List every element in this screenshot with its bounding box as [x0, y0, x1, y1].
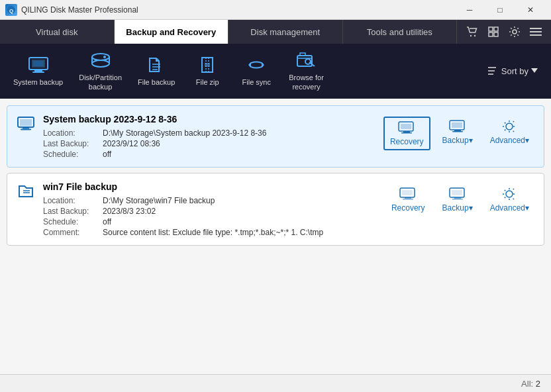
svg-rect-41	[401, 124, 411, 129]
toolbar: System backup Disk/Partitionbackup File …	[0, 44, 551, 99]
location-key-1: Location:	[43, 128, 103, 138]
svg-rect-16	[33, 61, 44, 66]
svg-rect-15	[32, 72, 44, 73]
count-value: 2	[536, 379, 540, 389]
svg-rect-6	[489, 32, 493, 36]
backup-button-1[interactable]: Backup▾	[437, 117, 478, 148]
recovery-button-1[interactable]: Recovery	[383, 117, 430, 150]
backup-card-1: System backup 2023-9-12 8-36 Location: D…	[7, 105, 544, 168]
lastbackup-val-2: 2023/8/3 23:02	[103, 207, 386, 216]
svg-rect-47	[452, 131, 463, 132]
disk-partition-label: Disk/Partitionbackup	[79, 73, 122, 92]
comment-val-2: Source content list: Exclude file type: …	[103, 228, 386, 237]
tab-virtual-disk[interactable]: Virtual disk	[0, 20, 115, 44]
maximize-button[interactable]: □	[485, 0, 515, 20]
backup-title-1: System backup 2023-9-12 8-36	[43, 114, 383, 124]
backup-title-2: win7 File backup	[43, 181, 386, 192]
cart-icon[interactable]	[462, 22, 482, 42]
svg-rect-14	[34, 70, 42, 72]
svg-rect-46	[454, 130, 461, 131]
location-key-2: Location:	[43, 196, 103, 205]
svg-marker-29	[248, 62, 251, 68]
window-controls: ─ □ ✕	[454, 0, 546, 20]
recovery-button-2[interactable]: Recovery	[386, 184, 430, 215]
toolbar-browse-recovery[interactable]: Browse forrecovery	[282, 48, 330, 95]
backup-meta-2: Location: D:\My Storage\win7 File backup…	[43, 196, 386, 237]
tab-tools-utilities[interactable]: Tools and utilities	[343, 20, 458, 44]
lastbackup-key-1: Last Backup:	[43, 139, 103, 148]
svg-marker-35	[531, 68, 538, 73]
location-val-2: D:\My Storage\win7 File backup	[103, 196, 386, 205]
lastbackup-val-1: 2023/9/12 08:36	[103, 139, 383, 148]
svg-rect-27	[205, 63, 210, 67]
backup-button-2[interactable]: Backup▾	[437, 184, 478, 215]
svg-point-17	[92, 54, 109, 60]
svg-rect-43	[401, 132, 412, 134]
svg-point-21	[103, 56, 106, 58]
comment-key-2: Comment:	[43, 228, 103, 237]
all-label: All:	[521, 379, 533, 389]
svg-rect-42	[403, 131, 410, 132]
backup-meta-1: Location: D:\My Storage\System backup 20…	[43, 128, 383, 159]
file-backup-label: File backup	[138, 77, 175, 87]
schedule-key-2: Schedule:	[43, 217, 103, 226]
svg-rect-53	[405, 197, 411, 199]
svg-rect-57	[454, 197, 461, 199]
svg-rect-38	[23, 127, 29, 129]
svg-marker-28	[262, 62, 264, 68]
backup-actions-2: Recovery Backup▾ Advanced▾	[386, 184, 534, 215]
schedule-val-1: off	[103, 150, 383, 159]
location-val-1: D:\My Storage\System backup 2023-9-12 8-…	[103, 128, 383, 138]
svg-point-59	[506, 191, 513, 197]
svg-point-2	[470, 35, 472, 36]
svg-rect-45	[452, 122, 462, 128]
sort-by-button[interactable]: Sort by	[481, 62, 544, 80]
backup-actions-1: Recovery Backup▾ Advanced▾	[383, 117, 534, 150]
tab-right-icons	[457, 20, 551, 44]
svg-point-48	[506, 123, 513, 130]
grid-icon[interactable]	[483, 22, 503, 42]
backup-info-2: win7 File backup Location: D:\My Storage…	[43, 181, 386, 237]
advanced-button-1[interactable]: Advanced▾	[485, 117, 534, 148]
toolbar-disk-partition[interactable]: Disk/Partitionbackup	[72, 48, 128, 95]
toolbar-file-sync[interactable]: File sync	[233, 52, 279, 89]
svg-point-8	[513, 30, 517, 34]
backup-icon-2	[17, 183, 35, 203]
close-button[interactable]: ✕	[515, 0, 546, 20]
main-content: System backup 2023-9-12 8-36 Location: D…	[0, 99, 551, 374]
toolbar-file-zip[interactable]: File zip	[184, 52, 230, 89]
app-title: QILING Disk Master Professional	[21, 5, 454, 15]
titlebar: Q QILING Disk Master Professional ─ □ ✕	[0, 0, 551, 20]
svg-rect-58	[452, 199, 463, 200]
svg-point-31	[305, 59, 311, 64]
tab-disk-management[interactable]: Disk management	[228, 20, 343, 44]
menu-icon[interactable]	[526, 22, 546, 42]
settings-icon[interactable]	[505, 22, 525, 42]
svg-rect-4	[489, 27, 493, 31]
svg-rect-54	[403, 199, 413, 200]
svg-rect-56	[452, 190, 462, 195]
svg-rect-39	[21, 128, 31, 130]
tabbar: Virtual disk Backup and Recovery Disk ma…	[0, 20, 551, 44]
browse-recovery-label: Browse forrecovery	[289, 73, 324, 92]
tab-backup-recovery[interactable]: Backup and Recovery	[115, 20, 229, 44]
svg-text:Q: Q	[9, 8, 13, 14]
schedule-key-1: Schedule:	[43, 150, 103, 159]
backup-icon-1	[17, 115, 35, 135]
svg-rect-37	[20, 119, 32, 126]
minimize-button[interactable]: ─	[454, 0, 485, 20]
schedule-val-2: off	[103, 217, 386, 226]
backup-card-2: win7 File backup Location: D:\My Storage…	[7, 173, 544, 246]
lastbackup-key-2: Last Backup:	[43, 207, 103, 216]
svg-rect-52	[402, 190, 413, 195]
app-icon: Q	[5, 4, 17, 16]
svg-point-3	[474, 35, 476, 36]
file-zip-label: File zip	[196, 77, 219, 87]
toolbar-file-backup[interactable]: File backup	[131, 52, 181, 89]
svg-rect-5	[494, 27, 498, 31]
advanced-button-2[interactable]: Advanced▾	[485, 184, 534, 215]
svg-point-20	[92, 60, 109, 67]
toolbar-system-backup[interactable]: System backup	[7, 52, 70, 89]
system-backup-label: System backup	[13, 77, 63, 87]
svg-rect-30	[297, 56, 312, 66]
